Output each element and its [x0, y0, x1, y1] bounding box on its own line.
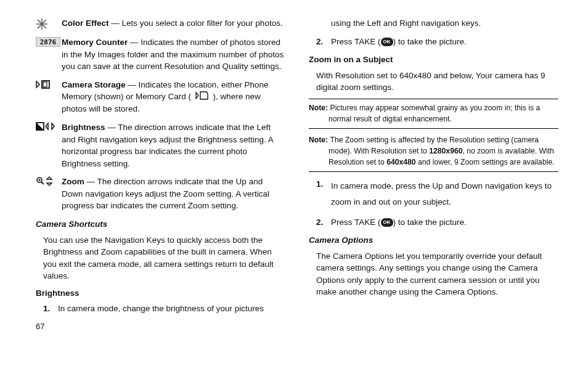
camera-storage-icon — [36, 79, 62, 89]
step-number: 1. — [316, 178, 331, 210]
item-camera-storage: Camera Storage — Indicates the location,… — [36, 79, 285, 115]
item-title: Camera Storage — [62, 80, 126, 89]
item-text: Zoom — The direction arrows indicate tha… — [62, 176, 285, 212]
camera-shortcuts-heading: Camera Shortcuts — [36, 218, 285, 231]
svg-marker-7 — [36, 81, 39, 88]
step-number: 1. — [43, 303, 58, 315]
memory-card-icon — [195, 91, 209, 104]
step-number: 2. — [316, 36, 331, 48]
note-label: Note: — [309, 136, 330, 144]
svg-rect-9 — [43, 82, 47, 87]
item-zoom: Zoom — The direction arrows indicate tha… — [36, 176, 285, 212]
item-color-effect: Color Effect — Lets you select a color f… — [36, 17, 285, 30]
item-title: Color Effect — [62, 18, 109, 28]
step-text: Press TAKE (OK) to take the picture. — [331, 216, 558, 229]
page-number: 67 — [36, 321, 285, 333]
item-title: Memory Counter — [62, 38, 128, 47]
camera-shortcuts-body: You can use the Navigation Keys to quick… — [36, 234, 285, 282]
list-item: 2. Press TAKE (OK) to take the picture. — [316, 36, 558, 48]
left-column: Color Effect — Lets you select a color f… — [36, 17, 285, 333]
camera-options-body: The Camera Options let you temporarily o… — [309, 250, 558, 298]
list-item: 1. In camera mode, press the Up and Down… — [316, 178, 558, 210]
step-number: 2. — [316, 216, 331, 229]
svg-point-4 — [41, 23, 43, 25]
svg-text:2876: 2876 — [40, 38, 57, 46]
zoom-icon — [36, 176, 62, 186]
item-text: Brightness — The direction arrows indica… — [62, 121, 285, 169]
zoom-heading: Zoom in on a Subject — [309, 54, 558, 66]
item-text: Camera Storage — Indicates the location,… — [62, 79, 285, 115]
step-text: Press TAKE (OK) to take the picture. — [331, 36, 558, 48]
note-label: Note: — [309, 104, 330, 112]
right-column: using the Left and Right navigation keys… — [309, 17, 558, 333]
svg-marker-13 — [52, 123, 54, 129]
svg-marker-12 — [46, 123, 48, 129]
item-text: Color Effect — Lets you select a color f… — [62, 17, 285, 30]
item-title: Brightness — [62, 123, 105, 132]
item-text: Memory Counter — Indicates the number of… — [62, 36, 285, 73]
brightness-steps-cont: 2. Press TAKE (OK) to take the picture. — [309, 36, 558, 48]
list-item: 1. In camera mode, change the brightness… — [43, 303, 285, 315]
list-item: 2. Press TAKE (OK) to take the picture. — [316, 216, 558, 229]
note-2: Note: The Zoom setting is affected by th… — [309, 131, 558, 172]
color-effect-icon — [36, 17, 62, 30]
page-columns: Color Effect — Lets you select a color f… — [36, 17, 558, 333]
item-body: — Lets you select a color filter for you… — [109, 18, 283, 28]
item-memory-counter: 2876 Memory Counter — Indicates the numb… — [36, 36, 285, 73]
item-title: Zoom — [62, 177, 84, 186]
item-brightness: Brightness — The direction arrows indica… — [36, 121, 285, 169]
zoom-body: With Resolution set to 640x480 and below… — [309, 70, 558, 94]
step-text: In camera mode, press the Up and Down na… — [331, 178, 558, 210]
zoom-steps: 1. In camera mode, press the Up and Down… — [309, 178, 558, 228]
svg-marker-18 — [47, 177, 52, 179]
svg-line-15 — [41, 182, 44, 184]
svg-marker-19 — [47, 183, 52, 186]
svg-marker-10 — [196, 92, 198, 99]
brightness-icon — [36, 121, 62, 131]
ok-icon: OK — [381, 38, 393, 46]
memory-counter-icon: 2876 — [36, 36, 62, 47]
note-body: The Zoom setting is affected by the Reso… — [329, 136, 555, 166]
brightness-heading: Brightness — [36, 287, 285, 300]
item-body: — The direction arrows indicate that the… — [62, 177, 269, 210]
step-text: In camera mode, change the brightness of… — [58, 303, 285, 315]
note-1: Note: Pictures may appear somewhat grain… — [309, 99, 558, 129]
camera-options-heading: Camera Options — [309, 234, 558, 247]
ok-icon: OK — [381, 218, 393, 227]
note-body: Pictures may appear somewhat grainy as y… — [329, 104, 540, 123]
continued-line: using the Left and Right navigation keys… — [309, 17, 558, 30]
brightness-steps: 1. In camera mode, change the brightness… — [36, 303, 285, 315]
